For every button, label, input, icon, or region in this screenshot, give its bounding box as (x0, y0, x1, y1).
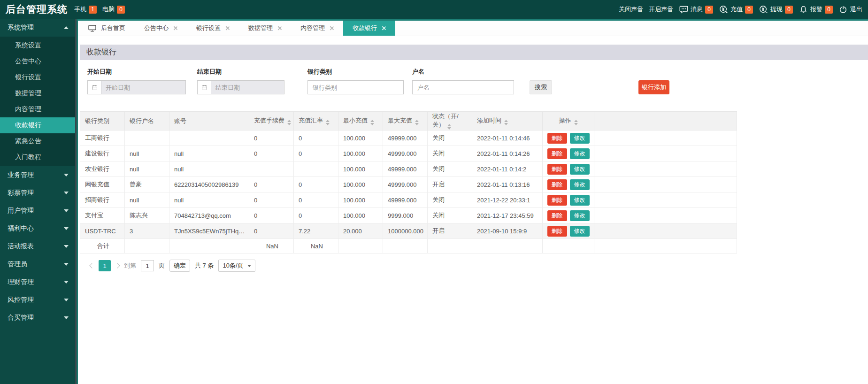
sort-icon[interactable] (415, 120, 419, 125)
sort-icon[interactable] (370, 120, 374, 125)
sidebar-section-business[interactable]: 业务管理 (0, 166, 75, 184)
account-name-input[interactable] (412, 80, 514, 94)
cell-max: 49999.000 (383, 192, 428, 208)
sort-icon[interactable] (574, 120, 578, 125)
start-date-input[interactable] (101, 81, 185, 94)
sort-icon[interactable] (287, 120, 291, 125)
close-icon[interactable] (225, 26, 230, 31)
sidebar-section-finance[interactable]: 理财管理 (0, 273, 75, 291)
footer-empty (543, 239, 594, 253)
modify-button[interactable]: 修改 (570, 164, 590, 175)
delete-button[interactable]: 删除 (547, 226, 567, 237)
sidebar-section-system[interactable]: 系统管理 (0, 19, 75, 37)
cell-account-number: TJn5XS9c5EWn75jTHqLzrE9... (169, 223, 249, 239)
sidebar-item-data-management[interactable]: 数据管理 (0, 85, 75, 101)
delete-button[interactable]: 删除 (547, 164, 567, 175)
sidebar-item-receiving-bank[interactable]: 收款银行 (0, 117, 75, 133)
sound-on-button[interactable]: 开启声音 (649, 5, 673, 14)
withdraw-button[interactable]: 提现 0 (759, 5, 793, 14)
end-date-input[interactable] (211, 81, 284, 94)
search-button[interactable]: 搜索 (530, 80, 552, 94)
cell-fee: 0 (249, 223, 294, 239)
tab-home[interactable]: 后台首页 (78, 21, 135, 36)
delete-button[interactable]: 删除 (547, 179, 567, 190)
pc-online-indicator[interactable]: 电脑 0 (102, 5, 125, 14)
sidebar-item-system-settings[interactable]: 系统设置 (0, 38, 75, 54)
col-bank-type: 银行类别 (80, 112, 125, 131)
delete-button[interactable]: 删除 (547, 148, 567, 159)
recharge-button[interactable]: 充值 0 (719, 5, 753, 14)
col-actions[interactable]: 操作 (543, 112, 594, 131)
modify-button[interactable]: 修改 (570, 133, 590, 144)
close-icon[interactable] (277, 26, 282, 31)
col-label: 最大充值 (388, 117, 412, 124)
sidebar-item-beginner-tutorial[interactable]: 入门教程 (0, 149, 75, 165)
delete-button[interactable]: 删除 (547, 210, 567, 221)
modify-button[interactable]: 修改 (570, 226, 590, 237)
sidebar-item-emergency-notice[interactable]: 紧急公告 (0, 133, 75, 149)
sidebar-section-activity-report[interactable]: 活动报表 (0, 238, 75, 255)
col-label: 状态（开/关） (432, 113, 459, 128)
modify-button[interactable]: 修改 (570, 195, 590, 206)
cell-added-time: 2021-09-10 15:9:9 (472, 223, 543, 239)
cell-status: 关闭 (428, 131, 472, 146)
col-recharge-fee[interactable]: 充值手续费 (249, 112, 294, 131)
calendar-icon[interactable] (198, 81, 211, 94)
modify-button[interactable]: 修改 (570, 148, 590, 159)
tab-content-management[interactable]: 内容管理 (291, 21, 343, 36)
next-page-icon[interactable] (115, 263, 120, 268)
tab-announcement-center[interactable]: 公告中心 (135, 21, 187, 36)
sidebar-item-announcement-center[interactable]: 公告中心 (0, 54, 75, 69)
current-page-button[interactable]: 1 (99, 260, 111, 271)
sort-icon[interactable] (504, 120, 508, 125)
modify-button[interactable]: 修改 (570, 210, 590, 221)
sidebar-section-label: 理财管理 (8, 278, 34, 286)
message-count-badge: 0 (705, 6, 713, 14)
sidebar-section-lottery[interactable]: 彩票管理 (0, 184, 75, 202)
col-status[interactable]: 状态（开/关） (428, 112, 472, 131)
delete-button[interactable]: 删除 (547, 195, 567, 206)
sound-off-button[interactable]: 关闭声音 (619, 5, 643, 14)
recharge-label: 充值 (730, 5, 743, 14)
tab-receiving-bank[interactable]: 收款银行 (343, 21, 395, 36)
col-added-time[interactable]: 添加时间 (472, 112, 543, 131)
sidebar-section-group-buy[interactable]: 合买管理 (0, 309, 75, 327)
sidebar-item-bank-settings[interactable]: 银行设置 (0, 69, 75, 85)
modify-button[interactable]: 修改 (570, 179, 590, 190)
sidebar-item-content-management[interactable]: 内容管理 (0, 101, 75, 117)
cell-rate: 0 (294, 192, 338, 208)
tab-bank-settings[interactable]: 银行设置 (187, 21, 239, 36)
sort-icon[interactable] (326, 120, 330, 125)
close-icon[interactable] (329, 26, 334, 31)
col-max-recharge[interactable]: 最大充值 (383, 112, 428, 131)
phone-online-indicator[interactable]: 手机 1 (74, 5, 97, 14)
filter-toolbar: 开始日期 结束日期 银行类别 户名 搜索 (80, 68, 868, 94)
alarm-button[interactable]: 报警 0 (799, 5, 833, 14)
cell-filler (594, 161, 737, 177)
alarm-count-badge: 0 (825, 6, 833, 14)
delete-button[interactable]: 删除 (547, 133, 567, 144)
logout-button[interactable]: 退出 (838, 5, 862, 14)
messages-button[interactable]: 消息 0 (679, 5, 713, 14)
tab-label: 公告中心 (144, 24, 169, 32)
close-icon[interactable] (173, 26, 177, 31)
goto-page-input[interactable] (141, 260, 154, 271)
col-recharge-rate[interactable]: 充值汇率 (294, 112, 338, 131)
add-bank-button[interactable]: 银行添加 (638, 80, 669, 94)
col-label: 操作 (559, 117, 571, 124)
bank-type-input[interactable] (307, 80, 404, 94)
tab-data-management[interactable]: 数据管理 (239, 21, 291, 36)
sort-icon[interactable] (447, 124, 451, 130)
col-min-recharge[interactable]: 最小充值 (338, 112, 383, 131)
page-size-select[interactable]: 10条/页 (218, 260, 255, 272)
sidebar-item-label: 数据管理 (15, 89, 41, 98)
sidebar-section-risk-control[interactable]: 风控管理 (0, 291, 75, 309)
calendar-icon[interactable] (88, 81, 101, 94)
close-icon[interactable] (381, 26, 386, 31)
goto-confirm-button[interactable]: 确定 (169, 260, 190, 272)
sidebar-section-admin[interactable]: 管理员 (0, 255, 75, 273)
sidebar-section-welfare[interactable]: 福利中心 (0, 220, 75, 238)
cell-status: 开启 (428, 177, 472, 192)
prev-page-icon[interactable] (89, 263, 94, 268)
sidebar-section-users[interactable]: 用户管理 (0, 202, 75, 220)
